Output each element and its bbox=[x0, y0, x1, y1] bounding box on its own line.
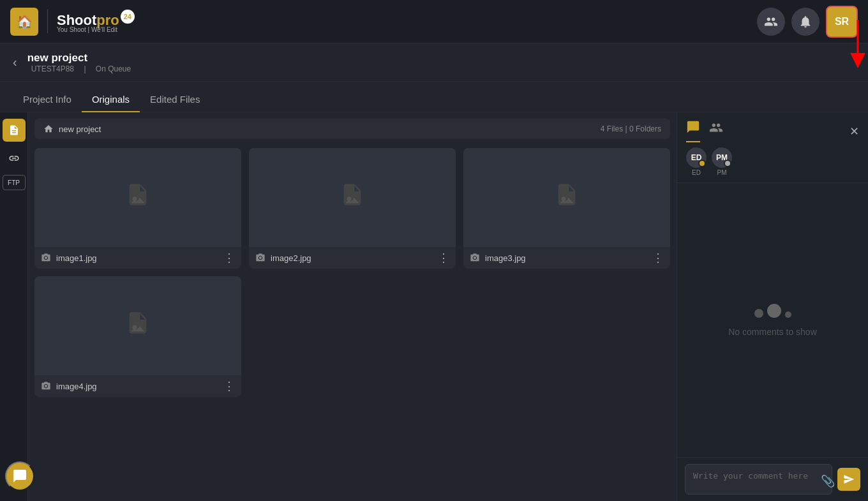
file-more-button-4[interactable]: ⋮ bbox=[223, 379, 235, 393]
file-card-4[interactable]: image4.jpg ⋮ bbox=[34, 276, 241, 397]
file-more-button-3[interactable]: ⋮ bbox=[652, 251, 664, 265]
file-footer-2: image2.jpg ⋮ bbox=[249, 247, 456, 269]
comment-panel-header: ✕ bbox=[677, 112, 868, 142]
file-more-button-1[interactable]: ⋮ bbox=[223, 251, 235, 265]
bubble-dots bbox=[754, 304, 791, 318]
file-stats: 4 Files | 0 Folders bbox=[601, 124, 661, 133]
bubble-dot-1 bbox=[754, 309, 763, 318]
home-small-icon bbox=[43, 124, 54, 134]
file-thumb-2 bbox=[249, 148, 456, 247]
sidebar-ftp-button[interactable]: FTP bbox=[3, 175, 26, 190]
send-icon bbox=[843, 474, 855, 485]
project-code: UTEST4P88 bbox=[31, 64, 74, 73]
project-status: On Queue bbox=[96, 64, 131, 73]
file-name-4: image4.jpg bbox=[56, 382, 97, 391]
bubble-dot-2 bbox=[767, 304, 781, 318]
send-button[interactable] bbox=[837, 468, 860, 491]
header-icons: SR bbox=[757, 6, 858, 38]
tab-project-info[interactable]: Project Info bbox=[13, 87, 82, 112]
project-bar: ‹ new project UTEST4P88 | On Queue bbox=[0, 43, 868, 82]
comment-tabs bbox=[686, 120, 723, 142]
file-path-name: new project bbox=[59, 124, 101, 134]
bell-button[interactable] bbox=[791, 8, 819, 36]
user-badge-pm: PM PM bbox=[712, 147, 732, 176]
project-info: new project UTEST4P88 | On Queue bbox=[27, 52, 135, 73]
comment-users-area: ED ED PM PM bbox=[677, 142, 868, 183]
file-name-area-1: image1.jpg bbox=[41, 253, 97, 263]
tabs-bar: Project Info Originals Edited Files bbox=[0, 82, 868, 112]
header: 🏠 Shootpro24 You Shoot | We'll Edit SR bbox=[0, 0, 868, 43]
user-dot-ed: ED bbox=[686, 147, 707, 168]
camera-icon-1 bbox=[41, 253, 51, 263]
file-name-1: image1.jpg bbox=[56, 253, 97, 263]
close-panel-button[interactable]: ✕ bbox=[849, 124, 859, 138]
file-more-button-2[interactable]: ⋮ bbox=[438, 251, 449, 265]
file-name-2: image2.jpg bbox=[271, 253, 311, 263]
bubble-dot-3 bbox=[785, 311, 791, 318]
logo-text: Shootpro24 bbox=[57, 12, 135, 28]
logo-highlight: pro bbox=[96, 12, 119, 28]
user-label-ed: ED bbox=[692, 169, 701, 176]
camera-icon-3 bbox=[470, 253, 480, 263]
comment-chat-tab[interactable] bbox=[686, 120, 700, 142]
chat-float-button[interactable] bbox=[5, 461, 34, 491]
file-card-1[interactable]: image1.jpg ⋮ bbox=[34, 148, 241, 269]
sidebar-link-button[interactable] bbox=[3, 147, 26, 170]
user-label-pm: PM bbox=[717, 169, 727, 176]
file-thumb-3 bbox=[463, 148, 670, 247]
doc-icon bbox=[8, 124, 20, 136]
file-footer-3: image3.jpg ⋮ bbox=[463, 247, 670, 269]
comment-panel: ✕ ED ED PM PM No comments to show 📎 bbox=[677, 112, 868, 501]
files-count: 4 Files bbox=[601, 124, 623, 133]
left-sidebar: FTP bbox=[0, 112, 28, 501]
file-card-3[interactable]: image3.jpg ⋮ bbox=[463, 148, 670, 269]
camera-icon-2 bbox=[255, 253, 266, 263]
chat-tab-icon bbox=[686, 120, 700, 134]
file-grid: image1.jpg ⋮ bbox=[34, 148, 670, 397]
folders-count: 0 Folders bbox=[629, 124, 661, 133]
no-comments-text: No comments to show bbox=[728, 327, 817, 337]
file-footer-4: image4.jpg ⋮ bbox=[34, 375, 241, 397]
file-footer-1: image1.jpg ⋮ bbox=[34, 247, 241, 269]
comment-body: No comments to show bbox=[677, 183, 868, 457]
main-layout: FTP new project 4 Files | 0 Folders bbox=[0, 112, 868, 501]
file-name-3: image3.jpg bbox=[485, 253, 526, 263]
comment-users-tab[interactable] bbox=[709, 120, 723, 142]
project-meta: UTEST4P88 | On Queue bbox=[27, 64, 135, 73]
file-card-2[interactable]: image2.jpg ⋮ bbox=[249, 148, 456, 269]
file-name-area-4: image4.jpg bbox=[41, 381, 97, 391]
attach-button[interactable]: 📎 bbox=[821, 474, 835, 488]
logo-badge: 24 bbox=[121, 10, 135, 24]
link-icon bbox=[8, 153, 20, 164]
users-icon bbox=[764, 15, 778, 29]
users-button[interactable] bbox=[757, 8, 785, 36]
file-path-left: new project bbox=[43, 124, 101, 134]
user-dot-pm: PM bbox=[712, 147, 732, 168]
bell-icon bbox=[798, 15, 812, 29]
user-badge-ed: ED ED bbox=[686, 147, 707, 176]
sidebar-doc-button[interactable] bbox=[3, 119, 26, 142]
tab-originals[interactable]: Originals bbox=[82, 87, 140, 112]
file-path-bar: new project 4 Files | 0 Folders bbox=[34, 119, 670, 139]
camera-icon-4 bbox=[41, 381, 51, 391]
project-name: new project bbox=[27, 52, 135, 64]
user-avatar[interactable]: SR bbox=[826, 6, 858, 38]
logo-area: Shootpro24 You Shoot | We'll Edit bbox=[47, 10, 135, 33]
chat-float-icon bbox=[12, 468, 27, 484]
file-area: new project 4 Files | 0 Folders bbox=[28, 112, 677, 501]
file-thumb-4 bbox=[34, 276, 241, 375]
tab-edited-files[interactable]: Edited Files bbox=[140, 87, 210, 112]
file-name-area-2: image2.jpg bbox=[255, 253, 311, 263]
comment-footer: 📎 bbox=[677, 457, 868, 501]
file-thumb-1 bbox=[34, 148, 241, 247]
home-button[interactable]: 🏠 bbox=[10, 8, 38, 36]
comment-input[interactable] bbox=[685, 464, 832, 495]
file-name-area-3: image3.jpg bbox=[470, 253, 526, 263]
users-tab-icon bbox=[709, 121, 723, 135]
back-button[interactable]: ‹ bbox=[13, 55, 17, 70]
project-meta-separator: | bbox=[84, 64, 86, 73]
